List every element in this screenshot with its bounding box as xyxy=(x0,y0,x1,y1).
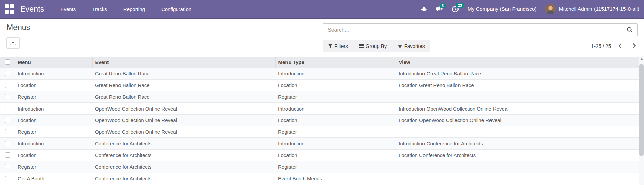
cell-event[interactable]: Conference for Architects xyxy=(92,173,275,184)
table-row[interactable]: Introduction Great Reno Ballon Race Intr… xyxy=(0,68,639,80)
row-checkbox[interactable] xyxy=(5,106,10,111)
table-row[interactable]: Get A Booth Conference for Architects Ev… xyxy=(0,173,639,184)
group-by-button[interactable]: Group By xyxy=(359,43,387,49)
cell-menu[interactable]: Location xyxy=(15,114,92,126)
cell-view[interactable] xyxy=(396,173,639,184)
cell-view[interactable]: Location OpenWood Collection Online Reve… xyxy=(396,114,639,126)
funnel-icon xyxy=(328,44,332,48)
table-row[interactable]: Register Great Reno Ballon Race Register xyxy=(0,91,639,103)
cell-event[interactable]: OpenWood Collection Online Reveal xyxy=(92,114,275,126)
scroll-up-arrow-icon[interactable] xyxy=(640,58,643,60)
company-switcher[interactable]: My Company (San Francisco) xyxy=(468,6,537,12)
cell-event[interactable]: Great Reno Ballon Race xyxy=(92,80,275,91)
table-row[interactable]: Introduction Conference for Architects I… xyxy=(0,138,639,150)
cell-menu-type[interactable]: Location xyxy=(275,114,396,126)
messages-icon[interactable]: 5 xyxy=(436,6,443,12)
cell-menu[interactable]: Register xyxy=(15,161,92,173)
row-checkbox-cell xyxy=(0,149,15,161)
app-title[interactable]: Events xyxy=(20,5,44,14)
column-header-menu[interactable]: Menu xyxy=(15,57,92,68)
column-header-menu-type[interactable]: Menu Type xyxy=(275,57,396,68)
cell-event[interactable]: Great Reno Ballon Race xyxy=(92,91,275,103)
column-header-view[interactable]: View xyxy=(396,57,639,68)
search-input[interactable] xyxy=(323,24,626,36)
table-row[interactable]: Location OpenWood Collection Online Reve… xyxy=(0,114,639,126)
cell-menu[interactable]: Get A Booth xyxy=(15,173,92,184)
cell-view[interactable]: Introduction OpenWood Collection Online … xyxy=(396,103,639,115)
nav-item-tracks[interactable]: Tracks xyxy=(92,0,107,19)
filters-button[interactable]: Filters xyxy=(328,43,348,49)
row-checkbox[interactable] xyxy=(5,118,10,123)
table-row[interactable]: Introduction OpenWood Collection Online … xyxy=(0,103,639,115)
table-row[interactable]: Location Conference for Architects Locat… xyxy=(0,149,639,161)
cell-menu[interactable]: Introduction xyxy=(15,138,92,150)
user-name: Mitchell Admin (11517174-15-0-all) xyxy=(559,6,639,12)
cell-view[interactable]: Introduction Great Reno Ballon Race xyxy=(396,68,639,80)
cell-menu[interactable]: Register xyxy=(15,91,92,103)
activities-clock-icon[interactable]: 23 xyxy=(452,6,459,13)
cell-menu[interactable]: Register xyxy=(15,126,92,138)
cell-view[interactable]: Location Conference for Architects xyxy=(396,149,639,161)
pager-range[interactable]: 1-25 / 25 xyxy=(591,43,611,49)
row-checkbox[interactable] xyxy=(5,164,10,169)
cell-view[interactable] xyxy=(396,126,639,138)
cell-menu-type[interactable]: Register xyxy=(275,161,396,173)
nav-item-events[interactable]: Events xyxy=(61,0,76,19)
cell-menu-type[interactable]: Introduction xyxy=(275,138,396,150)
cell-view[interactable]: Location Great Reno Ballon Race xyxy=(396,80,639,91)
row-checkbox[interactable] xyxy=(5,129,10,134)
row-checkbox[interactable] xyxy=(5,152,10,158)
cell-view[interactable] xyxy=(396,161,639,173)
scrollbar-thumb[interactable] xyxy=(639,64,644,156)
navbar-menu: Events Tracks Reporting Configuration xyxy=(61,0,192,19)
cell-menu-type[interactable]: Event Booth Menus xyxy=(275,173,396,184)
select-all-header xyxy=(0,57,15,68)
table-row[interactable]: Location Great Reno Ballon Race Location… xyxy=(0,80,639,91)
row-checkbox-cell xyxy=(0,138,15,150)
events-menus-page: Events Events Tracks Reporting Configura… xyxy=(0,0,644,185)
star-icon: ★ xyxy=(398,43,402,49)
user-menu[interactable]: Mitchell Admin (11517174-15-0-all) xyxy=(545,4,639,14)
column-header-event[interactable]: Event xyxy=(92,57,275,68)
row-checkbox[interactable] xyxy=(5,94,10,99)
table-row[interactable]: Register Conference for Architects Regis… xyxy=(0,161,639,173)
cell-menu-type[interactable]: Location xyxy=(275,80,396,91)
row-checkbox[interactable] xyxy=(5,141,10,146)
cell-view[interactable] xyxy=(396,91,639,103)
cell-menu-type[interactable]: Register xyxy=(275,91,396,103)
cell-menu[interactable]: Introduction xyxy=(15,68,92,80)
row-checkbox[interactable] xyxy=(5,83,10,88)
favorites-button[interactable]: ★ Favorites xyxy=(398,43,425,49)
cell-menu-type[interactable]: Introduction xyxy=(275,68,396,80)
cell-menu-type[interactable]: Introduction xyxy=(275,103,396,115)
vertical-scrollbar[interactable] xyxy=(639,56,644,185)
nav-item-reporting[interactable]: Reporting xyxy=(123,0,145,19)
cell-menu-type[interactable]: Location xyxy=(275,149,396,161)
search-icon[interactable] xyxy=(626,27,637,33)
cell-menu-type[interactable]: Register xyxy=(275,126,396,138)
cell-event[interactable]: Great Reno Ballon Race xyxy=(92,68,275,80)
cell-event[interactable]: OpenWood Collection Online Reveal xyxy=(92,126,275,138)
avatar xyxy=(545,4,556,14)
export-button[interactable] xyxy=(6,37,20,49)
cell-event[interactable]: Conference for Architects xyxy=(92,161,275,173)
debug-bug-icon[interactable] xyxy=(421,6,427,12)
row-checkbox-cell xyxy=(0,91,15,103)
cell-event[interactable]: Conference for Architects xyxy=(92,138,275,150)
cell-menu[interactable]: Introduction xyxy=(15,103,92,115)
cell-event[interactable]: Conference for Architects xyxy=(92,149,275,161)
cell-view[interactable]: Introduction Conference for Architects xyxy=(396,138,639,150)
nav-item-configuration[interactable]: Configuration xyxy=(161,0,191,19)
cell-menu[interactable]: Location xyxy=(15,149,92,161)
top-navbar: Events Events Tracks Reporting Configura… xyxy=(0,0,644,19)
row-checkbox[interactable] xyxy=(5,71,10,76)
cell-event[interactable]: OpenWood Collection Online Reveal xyxy=(92,103,275,115)
download-icon xyxy=(10,40,16,46)
row-checkbox[interactable] xyxy=(5,176,10,181)
pager-previous-button[interactable] xyxy=(616,42,625,50)
select-all-checkbox[interactable] xyxy=(5,59,10,65)
apps-grid-icon[interactable] xyxy=(5,4,14,14)
cell-menu[interactable]: Location xyxy=(15,80,92,91)
pager-next-button[interactable] xyxy=(630,42,639,50)
table-row[interactable]: Register OpenWood Collection Online Reve… xyxy=(0,126,639,138)
